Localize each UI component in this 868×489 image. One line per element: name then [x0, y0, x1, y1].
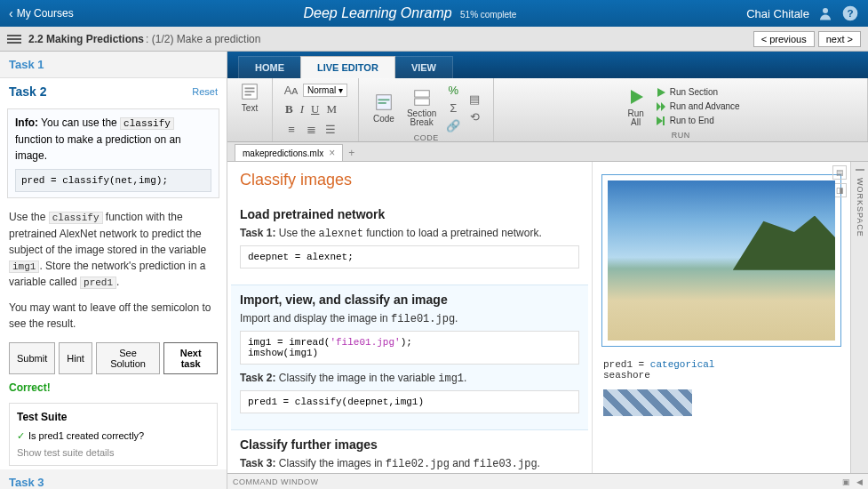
section-1: Load pretrained network Task 1: Use the … [231, 200, 588, 285]
test-suite-details-link[interactable]: Show test suite details [17, 447, 210, 458]
output-image-1[interactable] [601, 174, 841, 347]
workspace-label: WORKSPACE [856, 178, 864, 237]
lesson-bar: 2.2 Making Predictions : (1/2) Make a pr… [0, 27, 868, 52]
submit-button[interactable]: Submit [9, 342, 55, 374]
collapse-icon[interactable]: ◀ [856, 477, 864, 486]
task-body: Use the classify function with the pretr… [0, 202, 227, 339]
new-tab-button[interactable]: + [343, 145, 360, 161]
task-pane: Task 1 Task 2 Reset Info: You can use th… [0, 52, 227, 489]
style-dropdown[interactable]: Normal ▾ [303, 84, 347, 97]
code-classify: classify [120, 117, 174, 130]
top-bar: ‹ My Courses Deep Learning Onramp 51% co… [0, 0, 868, 27]
back-link[interactable]: ‹ My Courses [9, 6, 74, 20]
svg-rect-11 [414, 99, 429, 105]
task-3-tab[interactable]: Task 3 [0, 469, 227, 490]
expand-icon[interactable]: ▣ [842, 477, 851, 486]
reset-link[interactable]: Reset [192, 86, 218, 97]
run-section-button[interactable]: Run Section [656, 86, 718, 99]
list-number-icon[interactable]: ≣ [303, 121, 319, 137]
tab-live-editor[interactable]: LIVE EDITOR [300, 56, 395, 78]
workspace-rail[interactable]: WORKSPACE [850, 162, 868, 489]
document-pane[interactable]: Classify images Load pretrained network … [227, 162, 593, 489]
tool-group-code: Code Section Break % Σ 🔗 ▤ ⟲ [359, 78, 494, 141]
next-task-button[interactable]: Next task [163, 342, 218, 374]
italic-button[interactable]: I [299, 102, 306, 116]
svg-marker-14 [657, 102, 661, 111]
output-inline-icon[interactable]: ▤ [832, 165, 847, 180]
doc-title: Classify images [240, 171, 579, 189]
help-icon[interactable]: ? [841, 4, 859, 22]
code-block[interactable]: deepnet = alexnet; [240, 245, 579, 269]
code-block[interactable]: pred1 = classify(deepnet,img1) [240, 390, 579, 413]
run-group-label: RUN [672, 131, 690, 140]
svg-rect-5 [245, 91, 255, 92]
run-and-advance-button[interactable]: Run and Advance [656, 100, 740, 113]
correct-label: Correct! [0, 381, 227, 399]
user-icon[interactable] [816, 4, 834, 22]
svg-rect-8 [378, 99, 390, 100]
lesson-state: : (1/2) Make a prediction [146, 33, 260, 45]
svg-rect-9 [378, 102, 386, 104]
hint-button[interactable]: Hint [59, 342, 92, 374]
tool-group-run: Run All Run Section Run and Advance Run … [494, 78, 868, 141]
output-image-2[interactable] [603, 389, 692, 416]
bold-button[interactable]: B [283, 102, 295, 116]
svg-rect-6 [245, 94, 251, 96]
task-1-tab[interactable]: Task 1 [0, 52, 227, 78]
check-icon: ✓ [17, 430, 25, 441]
command-window-label: COMMAND WINDOW [233, 477, 319, 486]
svg-marker-16 [657, 116, 663, 125]
previous-button[interactable]: < previous [753, 31, 815, 47]
code-block[interactable]: img1 = imread('file01.jpg');imshow(img1) [240, 331, 579, 365]
underline-button[interactable]: U [309, 102, 321, 116]
percent-icon[interactable]: % [445, 82, 461, 98]
section-break-button[interactable]: Section Break [403, 88, 440, 127]
image-icon[interactable]: ▤ [466, 91, 482, 107]
user-name: Chai Chitale [746, 7, 809, 20]
equation-icon[interactable]: Σ [445, 100, 461, 116]
list-bullet-icon[interactable]: ≡ [283, 121, 299, 137]
main: Task 1 Task 2 Reset Info: You can use th… [0, 52, 868, 489]
test-suite: Test Suite ✓Is pred1 created correctly? … [9, 403, 218, 466]
code-group-label: CODE [414, 133, 439, 142]
section-2-heading: Import, view, and classify an image [240, 293, 579, 307]
user-area: Chai Chitale ? [746, 4, 859, 22]
run-to-end-button[interactable]: Run to End [656, 115, 714, 127]
refactor-icon[interactable]: ⟲ [466, 108, 482, 124]
info-label: Info: [15, 116, 38, 129]
next-button[interactable]: next > [818, 31, 861, 47]
font-icon[interactable]: Aᴀ [283, 82, 299, 98]
toolstrip: Text Aᴀ Normal ▾ B I U M ≡ [227, 78, 868, 142]
lesson-number: 2.2 Making Predictions [28, 33, 144, 45]
close-icon[interactable]: × [329, 147, 335, 159]
file-tab[interactable]: makepredictions.mlx × [235, 144, 343, 161]
tab-view[interactable]: VIEW [394, 56, 453, 78]
info-code: pred = classify(net,img); [15, 169, 211, 193]
output-pane: ▤ ◨ pred1 = categorical seashore [593, 162, 850, 489]
file-tabs: makepredictions.mlx × + [227, 142, 868, 162]
file-tab-label: makepredictions.mlx [243, 148, 323, 158]
svg-marker-12 [631, 90, 643, 104]
run-all-button[interactable]: Run All [622, 86, 650, 127]
svg-rect-4 [245, 87, 255, 89]
editor-area: Classify images Load pretrained network … [227, 162, 868, 489]
svg-rect-10 [414, 91, 429, 97]
svg-point-0 [823, 8, 828, 13]
output-text: pred1 = categorical seashore [600, 356, 843, 384]
link-icon[interactable]: 🔗 [445, 117, 461, 133]
see-solution-button[interactable]: See Solution [96, 342, 160, 374]
test-suite-title: Test Suite [17, 411, 210, 423]
align-icon[interactable]: ☰ [323, 121, 338, 137]
monospace-button[interactable]: M [324, 102, 338, 116]
tool-group-format: Aᴀ Normal ▾ B I U M ≡ ≣ ☰ [273, 78, 359, 141]
command-window-bar[interactable]: COMMAND WINDOW ▣◀ [227, 473, 868, 489]
code-button[interactable]: Code [370, 92, 398, 124]
text-button[interactable]: Text [236, 82, 263, 113]
section-2: Import, view, and classify an image Impo… [231, 285, 588, 430]
svg-marker-13 [657, 88, 665, 97]
course-title-wrap: Deep Learning Onramp 51% complete [74, 5, 746, 21]
svg-marker-15 [661, 102, 665, 111]
menu-icon[interactable] [7, 33, 21, 45]
tab-home[interactable]: HOME [238, 56, 301, 78]
beach-image [608, 180, 835, 341]
